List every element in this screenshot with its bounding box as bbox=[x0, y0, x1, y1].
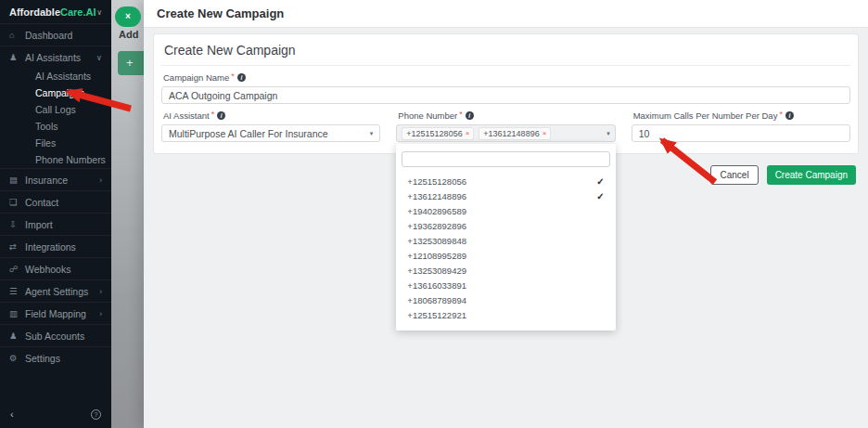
remove-tag-icon[interactable]: × bbox=[542, 129, 547, 137]
info-icon[interactable]: i bbox=[217, 111, 225, 120]
max-calls-label: Maximum Calls Per Number Per Day * i bbox=[633, 110, 849, 121]
sidebar-footer: ‹ ? bbox=[0, 406, 111, 428]
drawer-title: Create New Campaign bbox=[144, 0, 868, 28]
phone-option[interactable]: +13616033891 bbox=[396, 278, 615, 292]
phone-number-multiselect[interactable]: +12515128056 × +13612148896 × ▾ bbox=[396, 124, 615, 142]
sidebar-subitem-phone-numbers[interactable]: Phone Numbers bbox=[0, 151, 111, 168]
person-icon: ♟ bbox=[9, 52, 25, 62]
sidebar-item-ai-assistants[interactable]: ♟ AI Assistants ∨ bbox=[0, 45, 111, 68]
dimmed-background-page: Add + bbox=[111, 0, 144, 428]
label-text: Maximum Calls Per Number Per Day bbox=[633, 110, 778, 121]
selected-phone-tag: +13612148896 × bbox=[479, 127, 551, 140]
database-icon: ▥ bbox=[9, 308, 25, 318]
sidebar-item-label: Insurance bbox=[25, 175, 68, 186]
brand-name-part1: Affordable bbox=[9, 6, 60, 18]
phone-option[interactable]: +19362892896 bbox=[396, 218, 615, 233]
tag-value: +12515128056 bbox=[406, 129, 462, 138]
label-text: Campaign Name bbox=[163, 72, 229, 83]
sidebar-item-agent-settings[interactable]: ☰ Agent Settings › bbox=[0, 279, 111, 302]
sidebar-item-integrations[interactable]: ⇄ Integrations bbox=[0, 235, 111, 257]
card-icon: ▤ bbox=[9, 175, 25, 185]
create-campaign-button[interactable]: Create Campaign bbox=[767, 165, 856, 185]
phone-option[interactable]: +19402896589 bbox=[396, 203, 615, 218]
option-value: +13612148896 bbox=[407, 191, 466, 201]
phone-option[interactable]: +18068789894 bbox=[396, 292, 615, 307]
sidebar-subitem-campaigns[interactable]: Campaigns bbox=[0, 84, 111, 101]
sidebar-item-settings[interactable]: ⚙ Settings bbox=[0, 346, 111, 369]
phone-option[interactable]: +13253089429 bbox=[396, 263, 615, 278]
sidebar-subitem-label: Campaigns bbox=[35, 87, 84, 98]
max-calls-input[interactable]: 10 bbox=[632, 124, 850, 142]
sidebar-item-label: Integrations bbox=[25, 241, 76, 253]
sidebar-subitem-label: AI Assistants bbox=[35, 71, 91, 82]
check-icon: ✓ bbox=[596, 176, 604, 187]
chevron-down-icon: ∨ bbox=[96, 53, 102, 62]
max-calls-field: Maximum Calls Per Number Per Day * i 10 bbox=[632, 104, 850, 142]
sidebar-item-contact[interactable]: ❏ Contact bbox=[0, 190, 111, 213]
ai-assistant-select[interactable]: MultiPurpose AI Caller For Insurance ▾ bbox=[161, 124, 380, 142]
sidebar-item-dashboard[interactable]: ⌂ Dashboard bbox=[0, 23, 111, 45]
phone-option[interactable]: +12515122921 bbox=[396, 307, 615, 322]
sidebar-subitem-files[interactable]: Files bbox=[0, 135, 111, 151]
import-arrow-icon: ⇩ bbox=[9, 219, 25, 229]
add-button[interactable]: + bbox=[118, 51, 144, 75]
sidebar-subitem-call-logs[interactable]: Call Logs bbox=[0, 101, 111, 118]
label-text: Phone Number bbox=[398, 110, 457, 121]
form-card-title: Create New Campaign bbox=[161, 34, 850, 66]
required-asterisk: * bbox=[459, 110, 463, 119]
caret-down-icon: ▾ bbox=[370, 130, 374, 137]
sidebar-item-label: Dashboard bbox=[25, 30, 72, 41]
sidebar-item-label: Contact bbox=[25, 197, 58, 208]
sidebar-subitem-label: Tools bbox=[35, 121, 58, 132]
app-window: AffordableCare.AI ∨ ⌂ Dashboard ♟ AI Ass… bbox=[0, 0, 868, 428]
sidebar-item-sub-accounts[interactable]: ♟ Sub Accounts bbox=[0, 324, 111, 346]
phone-option[interactable]: +13612148896 ✓ bbox=[396, 188, 615, 203]
info-icon[interactable]: i bbox=[785, 111, 794, 120]
required-asterisk: * bbox=[211, 110, 215, 119]
campaign-name-value: ACA Outgoing Campaign bbox=[169, 90, 277, 101]
phone-option[interactable]: +13253089848 bbox=[396, 233, 615, 248]
remove-tag-icon[interactable]: × bbox=[466, 129, 470, 137]
option-value: +12515128056 bbox=[407, 176, 466, 187]
sidebar-item-label: Agent Settings bbox=[25, 286, 88, 297]
sidebar-subitem-label: Call Logs bbox=[35, 104, 76, 115]
info-icon[interactable]: i bbox=[466, 111, 474, 120]
phone-number-label: Phone Number * i bbox=[398, 110, 613, 121]
caret-down-icon: ▾ bbox=[606, 130, 610, 137]
required-asterisk: * bbox=[231, 71, 235, 81]
home-icon: ⌂ bbox=[9, 30, 25, 40]
campaign-name-label: Campaign Name * i bbox=[163, 72, 849, 83]
gear-icon: ⚙ bbox=[9, 353, 25, 363]
phone-option[interactable]: +12108995289 bbox=[396, 248, 615, 263]
sidebar-item-insurance[interactable]: ▤ Insurance › bbox=[0, 168, 111, 190]
close-drawer-button[interactable]: × bbox=[115, 6, 141, 27]
option-value: +12515122921 bbox=[407, 310, 466, 320]
option-value: +12108995289 bbox=[407, 251, 466, 261]
max-calls-value: 10 bbox=[639, 128, 650, 139]
dropdown-search-input[interactable] bbox=[402, 151, 609, 167]
sidebar-item-field-mapping[interactable]: ▥ Field Mapping › bbox=[0, 302, 111, 324]
form-row: AI Assistant * i MultiPurpose AI Caller … bbox=[161, 104, 850, 142]
sidebar-item-webhooks[interactable]: ☍ Webhooks bbox=[0, 257, 111, 279]
campaign-name-input[interactable]: ACA Outgoing Campaign bbox=[161, 86, 850, 104]
chevron-right-icon: › bbox=[99, 175, 102, 185]
create-campaign-form-card: Create New Campaign Campaign Name * i AC… bbox=[153, 33, 859, 154]
chevron-right-icon: › bbox=[99, 309, 102, 318]
cancel-button[interactable]: Cancel bbox=[710, 165, 758, 185]
logo-chevron-down-icon[interactable]: ∨ bbox=[96, 8, 102, 17]
option-value: +13253089848 bbox=[407, 236, 466, 246]
background-page-title: Add bbox=[119, 29, 144, 40]
brand-name-part2: Care.AI bbox=[60, 6, 96, 18]
info-icon[interactable]: i bbox=[237, 73, 246, 82]
sidebar-item-label: Field Mapping bbox=[25, 308, 86, 319]
sliders-icon: ☰ bbox=[9, 286, 25, 296]
chevron-right-icon: › bbox=[99, 287, 102, 296]
collapse-sidebar-icon[interactable]: ‹ bbox=[10, 409, 14, 420]
sidebar-subitem-ai-assistants[interactable]: AI Assistants bbox=[0, 68, 111, 84]
contact-book-icon: ❏ bbox=[9, 197, 25, 207]
help-icon[interactable]: ? bbox=[91, 409, 101, 420]
sidebar-subitem-tools[interactable]: Tools bbox=[0, 118, 111, 135]
sidebar-item-label: Import bbox=[25, 219, 53, 230]
sidebar-item-import[interactable]: ⇩ Import bbox=[0, 213, 111, 235]
phone-option[interactable]: +12515128056 ✓ bbox=[396, 174, 615, 188]
